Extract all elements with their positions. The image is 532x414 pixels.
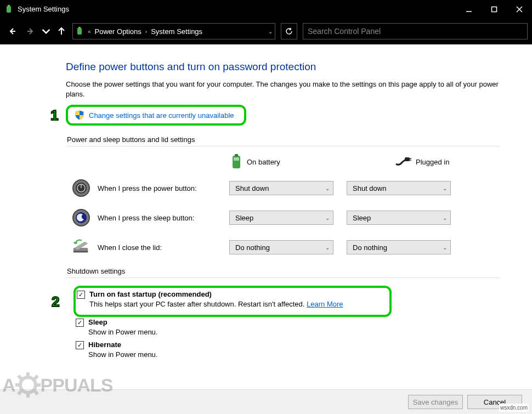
section-title-buttons-lid: Power and sleep buttons and lid settings <box>67 135 499 144</box>
annotation-number: 2 <box>52 293 59 310</box>
svg-rect-28 <box>15 383 20 387</box>
svg-rect-29 <box>36 383 41 387</box>
history-dropdown[interactable] <box>42 24 50 39</box>
chevron-down-icon: ⌄ <box>325 185 330 191</box>
search-placeholder: Search Control Panel <box>308 27 381 36</box>
change-settings-link[interactable]: Change settings that are currently unava… <box>70 108 239 122</box>
power-button-plugged-dropdown[interactable]: Shut down ⌄ <box>347 181 451 195</box>
on-battery-label: On battery <box>247 158 280 166</box>
dropdown-value: Sleep <box>235 214 253 222</box>
column-headers: On battery Plugged in <box>230 154 499 169</box>
svg-rect-14 <box>405 157 410 161</box>
breadcrumb[interactable]: « Power Options › System Settings ⌄ <box>72 23 275 39</box>
dropdown-value: Do nothing <box>353 243 387 252</box>
window-controls <box>456 0 532 18</box>
sleep-button-label: When I press the sleep button: <box>98 214 229 222</box>
chevron-down-icon: ⌄ <box>325 245 330 251</box>
lid-row: When I close the lid: Do nothing ⌄ Do no… <box>66 237 499 257</box>
dropdown-value: Sleep <box>353 214 371 222</box>
shield-icon <box>75 110 84 120</box>
on-battery-header: On battery <box>230 154 318 169</box>
dropdown-value: Shut down <box>353 184 386 192</box>
battery-icon <box>230 154 242 169</box>
battery-app-icon <box>4 5 13 14</box>
section-title-shutdown: Shutdown settings <box>67 267 499 275</box>
sleep-label: Sleep <box>88 318 107 326</box>
change-settings-link-text: Change settings that are currently unava… <box>89 111 234 120</box>
chevron-down-icon: ⌄ <box>325 215 330 221</box>
sleep-checkbox[interactable]: ✓ <box>76 319 84 327</box>
breadcrumb-sep: « <box>86 29 93 35</box>
back-button[interactable] <box>4 24 20 39</box>
power-button-icon <box>71 178 91 198</box>
svg-rect-10 <box>78 27 81 29</box>
power-button-battery-dropdown[interactable]: Shut down ⌄ <box>229 181 333 195</box>
navbar: « Power Options › System Settings ⌄ Sear… <box>0 18 532 44</box>
svg-point-25 <box>20 377 36 393</box>
save-button[interactable]: Save changes <box>408 395 463 409</box>
breadcrumb-chevron-icon[interactable]: ⌄ <box>268 29 273 35</box>
sleep-button-plugged-dropdown[interactable]: Sleep ⌄ <box>347 211 451 225</box>
maximize-button[interactable] <box>482 0 507 18</box>
breadcrumb-item[interactable]: System Settings <box>151 27 202 36</box>
fast-startup-desc: This helps start your PC faster after sh… <box>89 300 385 308</box>
section-divider <box>66 277 499 278</box>
close-button[interactable] <box>507 0 532 18</box>
hibernate-label: Hibernate <box>88 341 121 349</box>
sleep-button-battery-dropdown[interactable]: Sleep ⌄ <box>229 211 333 225</box>
sleep-button-row: When I press the sleep button: Sleep ⌄ S… <box>66 208 499 228</box>
up-button[interactable] <box>54 24 69 39</box>
shutdown-settings-area: 2 ✓ Turn on fast startup (recommended) T… <box>76 286 499 359</box>
sleep-row: ✓ Sleep <box>76 318 499 327</box>
content-area: Define power buttons and turn on passwor… <box>0 44 532 389</box>
annotation-number: 1 <box>50 107 58 124</box>
hibernate-row: ✓ Hibernate <box>76 341 499 349</box>
svg-rect-12 <box>235 154 238 156</box>
dropdown-value: Do nothing <box>235 243 270 252</box>
gear-icon <box>15 372 41 398</box>
svg-rect-9 <box>77 28 82 35</box>
fast-startup-checkbox[interactable]: ✓ <box>77 291 85 299</box>
forward-button[interactable] <box>23 24 38 39</box>
svg-rect-24 <box>73 251 88 253</box>
watermark-text: PPUALS <box>41 375 113 396</box>
battery-app-icon <box>75 27 84 36</box>
lid-label: When I close the lid: <box>98 243 229 252</box>
svg-rect-0 <box>7 6 11 13</box>
titlebar: System Settings <box>0 0 532 18</box>
plugged-in-header: Plugged in <box>395 154 483 169</box>
breadcrumb-item[interactable]: Power Options <box>95 27 142 36</box>
svg-rect-1 <box>8 5 10 7</box>
refresh-button[interactable] <box>281 23 297 39</box>
dropdown-value: Shut down <box>235 184 269 192</box>
fast-startup-row: ✓ Turn on fast startup (recommended) <box>77 290 385 299</box>
annotation-2: 2 ✓ Turn on fast startup (recommended) T… <box>73 286 392 317</box>
chevron-down-icon: ⌄ <box>443 245 447 251</box>
chevron-down-icon: ⌄ <box>443 215 447 221</box>
sleep-desc: Show in Power menu. <box>88 328 499 336</box>
hibernate-checkbox[interactable]: ✓ <box>76 341 84 349</box>
svg-rect-3 <box>492 7 497 12</box>
watermark-logo: A PPUALS <box>2 372 112 398</box>
section-divider <box>66 146 499 146</box>
watermark-a: A <box>2 375 15 396</box>
lid-battery-dropdown[interactable]: Do nothing ⌄ <box>229 240 333 254</box>
annotation-1: 1 Change settings that are currently una… <box>66 105 246 126</box>
plugged-in-label: Plugged in <box>416 158 449 166</box>
window-title: System Settings <box>18 5 69 13</box>
minimize-button[interactable] <box>456 0 482 18</box>
lid-plugged-dropdown[interactable]: Do nothing ⌄ <box>347 240 451 254</box>
breadcrumb-sep: › <box>144 29 149 35</box>
plug-icon <box>395 156 411 167</box>
site-watermark: wsxdn.com <box>499 404 529 412</box>
power-button-label: When I press the power button: <box>98 184 229 192</box>
search-input[interactable]: Search Control Panel <box>303 23 528 39</box>
sleep-button-icon <box>71 208 91 228</box>
page-title: Define power buttons and turn on passwor… <box>66 61 499 73</box>
hibernate-desc: Show in Power menu. <box>88 350 499 359</box>
lid-close-icon <box>71 237 91 257</box>
learn-more-link[interactable]: Learn More <box>307 300 343 308</box>
svg-rect-27 <box>26 393 30 398</box>
power-button-row: When I press the power button: Shut down… <box>66 178 499 198</box>
svg-rect-13 <box>234 157 239 161</box>
